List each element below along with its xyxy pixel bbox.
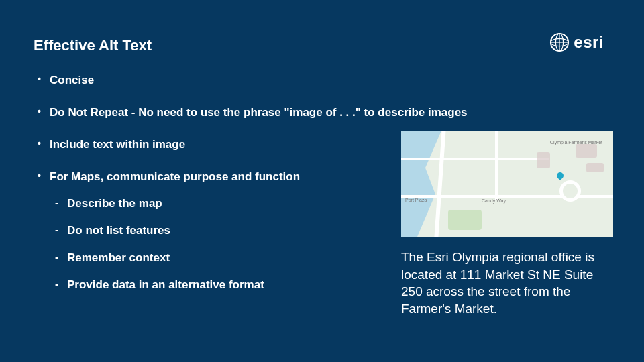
slide: esri Effective Alt Text Concise Do Not R… [0,0,644,362]
map-pin-icon [555,171,565,180]
map-building [576,144,597,158]
list-item: Do Not Repeat - No need to use the phras… [36,105,610,120]
map-caption: The Esri Olympia regional office is loca… [401,249,613,318]
map-example: Port Plaza Olympia Farmer's Market Candy… [401,131,613,318]
brand-name: esri [574,33,604,52]
map-road [495,131,498,200]
map-park [448,210,482,230]
map-road [401,195,613,198]
map-road [401,158,549,160]
map-roundabout [559,180,581,202]
brand-logo: esri [549,32,604,52]
map-image: Port Plaza Olympia Farmer's Market Candy… [401,131,613,237]
list-item: Concise [36,73,610,88]
map-label: Port Plaza [405,198,427,202]
map-label: Olympia Farmer's Market [550,140,602,145]
map-road [434,131,445,237]
map-building [586,163,604,172]
map-building [537,152,550,168]
globe-icon [549,32,570,52]
map-label: Candy Way [482,198,506,203]
list-item-text: For Maps, communicate purpose and functi… [50,170,300,183]
slide-title: Effective Alt Text [34,37,610,54]
